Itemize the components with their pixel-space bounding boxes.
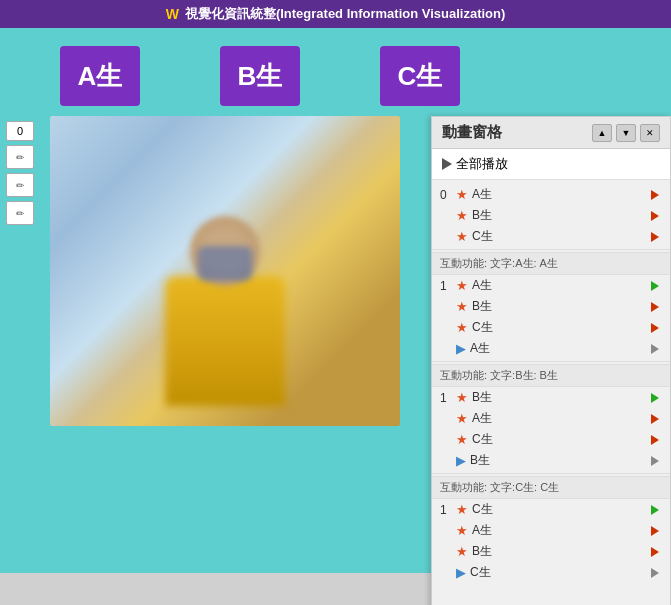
group-1c-arrow-row: ▶ C生 xyxy=(432,562,670,583)
group-1c-c-label: C生 xyxy=(472,501,648,518)
group-1c-arrow-play-icon xyxy=(651,568,659,578)
group-1a-c-play-icon xyxy=(651,323,659,333)
mask-overlay xyxy=(198,246,253,281)
group-1b-arrow-label: B生 xyxy=(470,452,648,469)
toolbar-edit-3[interactable]: ✏ xyxy=(6,201,34,225)
group-1a-a-play[interactable] xyxy=(648,279,662,293)
group-1a-star: ★ xyxy=(456,278,468,293)
group-1a-arrow-row: ▶ A生 xyxy=(432,338,670,359)
play-all-label: 全部播放 xyxy=(456,155,508,173)
group-1c-arrow-label: C生 xyxy=(470,564,648,581)
group-1c-c-play[interactable] xyxy=(648,503,662,517)
group-1b-arrow-play-icon xyxy=(651,456,659,466)
group-1c-b-row: ★ B生 xyxy=(432,541,670,562)
group-1a-num: 1 xyxy=(440,279,450,293)
group-1b-c-row: ★ C生 xyxy=(432,429,670,450)
group-1b-c-play[interactable] xyxy=(648,433,662,447)
group-1b-a-row: ★ A生 xyxy=(432,408,670,429)
student-label-c: C生 xyxy=(380,46,460,106)
group-1b-arrow-row: ▶ B生 xyxy=(432,450,670,471)
group-1b-a-star: ★ xyxy=(456,411,468,426)
play-all-row: 全部播放 xyxy=(432,149,670,180)
group-1b-a-label: A生 xyxy=(472,410,648,427)
group-0-num: 0 xyxy=(440,188,450,202)
student-label-b: B生 xyxy=(220,46,300,106)
play-all-button[interactable]: 全部播放 xyxy=(442,155,508,173)
app-title: 視覺化資訊統整(Integrated Information Visualiza… xyxy=(185,5,505,23)
group-1c-b-play[interactable] xyxy=(648,545,662,559)
person-figure xyxy=(165,216,285,406)
animation-panel: 動畫窗格 ▲ ▼ ✕ 全部播放 0 ★ xyxy=(431,116,671,605)
group-1b-arrow-icon: ▶ xyxy=(456,453,466,468)
group-1a-arrow-play-icon xyxy=(651,344,659,354)
group-1c-b-label: B生 xyxy=(472,543,648,560)
content-area: 0 ✏ ✏ ✏ 動畫窗格 ▲ ▼ ✕ xyxy=(0,116,671,573)
group-1c-a-play[interactable] xyxy=(648,524,662,538)
group-1a-b-label: B生 xyxy=(472,298,648,315)
group-1b-b-play-icon xyxy=(651,393,659,403)
group-1a-b-play-icon xyxy=(651,302,659,312)
group-1b-b-play[interactable] xyxy=(648,391,662,405)
group-1a-c-label: C生 xyxy=(472,319,648,336)
group-1b-a-play-icon xyxy=(651,414,659,424)
group-1b-b-label: B生 xyxy=(472,389,648,406)
group-0-b-play[interactable] xyxy=(648,209,662,223)
group-1b-a-play[interactable] xyxy=(648,412,662,426)
group-1a-c-row: ★ C生 xyxy=(432,317,670,338)
group-0-star: ★ xyxy=(456,187,468,202)
interactive-label-b: 互動功能: 文字:B生: B生 xyxy=(432,364,670,387)
group-1a-arrow-icon: ▶ xyxy=(456,341,466,356)
group-0-b-row: ★ B生 xyxy=(432,205,670,226)
group-0-a-play-icon xyxy=(651,190,659,200)
group-1c-a-label: A生 xyxy=(472,522,648,539)
panel-collapse-down[interactable]: ▼ xyxy=(616,124,636,142)
group-1a-b-play[interactable] xyxy=(648,300,662,314)
group-1b-arrow-play[interactable] xyxy=(648,454,662,468)
left-toolbar: 0 ✏ ✏ ✏ xyxy=(0,116,40,573)
group-1c-star: ★ xyxy=(456,502,468,517)
group-0-header: 0 ★ A生 xyxy=(432,184,670,205)
group-0-b-label: B生 xyxy=(472,207,648,224)
group-1a-b-star: ★ xyxy=(456,299,468,314)
interactive-label-c: 互動功能: 文字:C生: C生 xyxy=(432,476,670,499)
video-frame xyxy=(50,116,400,426)
toolbar-edit-1[interactable]: ✏ xyxy=(6,145,34,169)
group-1a-a-label: A生 xyxy=(472,277,648,294)
logo-icon: W xyxy=(166,6,179,22)
panel-collapse-up[interactable]: ▲ xyxy=(592,124,612,142)
group-0-b-play-icon xyxy=(651,211,659,221)
group-1a-arrow-label: A生 xyxy=(470,340,648,357)
group-1b-c-play-icon xyxy=(651,435,659,445)
group-1c-b-play-icon xyxy=(651,547,659,557)
toolbar-edit-2[interactable]: ✏ xyxy=(6,173,34,197)
person-body xyxy=(165,276,285,406)
student-labels-row: A生 B生 C生 xyxy=(0,28,671,116)
group-1c-arrow-icon: ▶ xyxy=(456,565,466,580)
panel-header: 動畫窗格 ▲ ▼ ✕ xyxy=(432,117,670,149)
group-0-b-star: ★ xyxy=(456,208,468,223)
animation-scroll[interactable]: 0 ★ A生 ★ B生 ★ xyxy=(432,180,670,605)
group-1c-arrow-play[interactable] xyxy=(648,566,662,580)
group-1c-num: 1 xyxy=(440,503,450,517)
play-all-icon xyxy=(442,158,452,170)
video-area xyxy=(50,116,430,573)
group-1c-c-play-icon xyxy=(651,505,659,515)
main-area: A生 B生 C生 0 ✏ ✏ ✏ 動畫窗格 xyxy=(0,28,671,573)
group-1c-a-star: ★ xyxy=(456,523,468,538)
group-1b-num: 1 xyxy=(440,391,450,405)
group-0-c-star: ★ xyxy=(456,229,468,244)
group-0-c-play[interactable] xyxy=(648,230,662,244)
header-buttons: ▲ ▼ ✕ xyxy=(592,124,660,142)
frame-number: 0 xyxy=(6,121,34,141)
group-1a-arrow-play[interactable] xyxy=(648,342,662,356)
group-1a-b-row: ★ B生 xyxy=(432,296,670,317)
group-1b-c-star: ★ xyxy=(456,432,468,447)
group-1a-header: 1 ★ A生 xyxy=(432,275,670,296)
group-1a-c-play[interactable] xyxy=(648,321,662,335)
group-1c-a-row: ★ A生 xyxy=(432,520,670,541)
group-0-a-play[interactable] xyxy=(648,188,662,202)
group-1c-a-play-icon xyxy=(651,526,659,536)
group-1b-header: 1 ★ B生 xyxy=(432,387,670,408)
group-1a-a-play-icon xyxy=(651,281,659,291)
panel-close-button[interactable]: ✕ xyxy=(640,124,660,142)
